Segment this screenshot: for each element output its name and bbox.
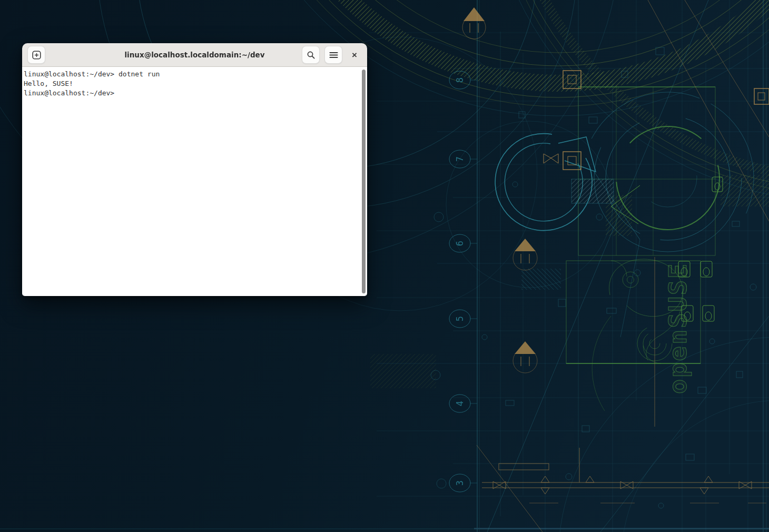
terminal-line: linux@localhost:~/dev> dotnet run [24,70,360,79]
row-label: 8 [455,77,465,83]
search-icon [307,51,316,60]
hamburger-menu-icon [329,52,338,58]
row-label: 6 [455,241,465,246]
row-label: 5 [455,316,465,321]
titlebar[interactable]: linux@localhost.localdomain:~/dev × [22,43,367,67]
new-tab-icon [32,51,41,60]
new-tab-button[interactable] [27,46,45,64]
terminal-line: Hello, SUSE! [24,79,360,88]
terminal-line: linux@localhost:~/dev> [24,88,360,98]
search-button[interactable] [302,46,320,64]
menu-button[interactable] [324,46,342,64]
desktop: 8 7 6 5 4 3 [0,0,769,532]
row-label: 7 [455,156,465,162]
close-button[interactable]: × [347,46,362,64]
scrollbar[interactable] [362,70,366,293]
wallpaper-brand-text: openSUSE [663,262,692,394]
row-label: 3 [455,480,465,486]
row-label: 4 [455,401,465,406]
terminal-content[interactable]: linux@localhost:~/dev> dotnet run Hello,… [22,67,367,296]
terminal-window: linux@localhost.localdomain:~/dev × [22,43,367,296]
